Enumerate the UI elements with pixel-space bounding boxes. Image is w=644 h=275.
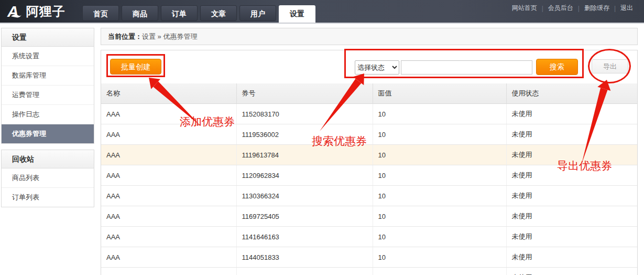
- sidebar-group-header: 设置: [2, 28, 94, 47]
- cell-status: 未使用: [506, 124, 637, 145]
- table-row: AAA111953600210未使用: [101, 124, 637, 145]
- cell-code: 1119536002: [236, 124, 373, 145]
- cell-name: AAA: [101, 186, 236, 206]
- nav-tab-2[interactable]: 订单: [161, 5, 198, 21]
- nav-tab-1[interactable]: 商品: [122, 5, 158, 21]
- table-row: AAA114164616310未使用: [101, 227, 637, 247]
- sidebar-item-0-3[interactable]: 操作日志: [2, 105, 94, 124]
- cell-value: 10: [373, 268, 506, 275]
- table-row: AAA113036632410未使用: [101, 186, 637, 206]
- logo-text: 阿狸子: [26, 3, 66, 20]
- quick-link-2[interactable]: 删除缓存: [580, 4, 614, 13]
- table-header-row: 名称券号面值使用状态: [101, 83, 637, 104]
- sidebar-item-1-1[interactable]: 订单列表: [2, 188, 94, 207]
- cell-value: 10: [373, 227, 506, 247]
- nav-tab-5[interactable]: 设置: [279, 5, 315, 23]
- cell-value: 10: [373, 124, 506, 145]
- toolbar: 批量创建 选择状态 搜索 导出: [101, 50, 637, 83]
- search-input[interactable]: [401, 60, 532, 75]
- export-button[interactable]: 导出: [592, 59, 628, 73]
- cell-code: 1196833679: [236, 268, 373, 275]
- cell-value: 10: [373, 247, 506, 268]
- table-header-cell: 券号: [236, 83, 373, 104]
- fox-tail-icon: [10, 13, 22, 18]
- cell-status: 未使用: [506, 145, 637, 165]
- sidebar-group-1: 回收站商品列表订单列表: [1, 150, 94, 207]
- cell-value: 10: [373, 206, 506, 227]
- breadcrumb-label: 当前位置：: [108, 33, 142, 40]
- table-header-cell: 名称: [101, 83, 236, 104]
- table-header-cell: 面值: [373, 83, 506, 104]
- cell-value: 10: [373, 186, 506, 206]
- cell-name: AAA: [101, 227, 236, 247]
- cell-name: AAA: [101, 124, 236, 145]
- batch-create-button[interactable]: 批量创建: [110, 59, 161, 75]
- cell-status: 未使用: [506, 165, 637, 186]
- cell-code: 1130366324: [236, 186, 373, 206]
- breadcrumb: 当前位置：设置 » 优惠券管理: [101, 28, 638, 45]
- nav-tab-3[interactable]: 文章: [200, 5, 237, 21]
- table-row: AAA114405183310未使用: [101, 247, 637, 268]
- topbar: A 阿狸子 首页商品订单文章用户设置 网站首页|会员后台|删除缓存|退出: [0, 0, 644, 24]
- cell-status: 未使用: [506, 227, 637, 247]
- cell-code: 1144051833: [236, 247, 373, 268]
- cell-code: 1141646163: [236, 227, 373, 247]
- quick-link-0[interactable]: 网站首页: [507, 4, 542, 13]
- table-row: AAA112096283410未使用: [101, 165, 637, 186]
- search-button[interactable]: 搜索: [536, 59, 578, 75]
- table-header-cell: 使用状态: [506, 83, 637, 104]
- quick-link-1[interactable]: 会员后台: [543, 4, 578, 13]
- cell-status: 未使用: [506, 247, 637, 268]
- quick-link-3[interactable]: 退出: [616, 4, 638, 13]
- cell-status: 未使用: [506, 186, 637, 206]
- breadcrumb-path: 设置 » 优惠券管理: [142, 33, 197, 40]
- cell-value: 10: [373, 104, 506, 124]
- main-content: 批量创建 选择状态 搜索 导出 名称券号面值使用状态 AAA1152083170…: [101, 50, 638, 275]
- table-row: AAA111961378410未使用: [101, 145, 637, 165]
- sidebar: 设置系统设置数据库管理运费管理操作日志优惠券管理回收站商品列表订单列表: [1, 28, 94, 213]
- cell-name: AAA: [101, 206, 236, 227]
- cell-code: 1152083170: [236, 104, 373, 124]
- coupon-table: 名称券号面值使用状态 AAA115208317010未使用AAA11195360…: [101, 83, 637, 275]
- sidebar-item-0-4[interactable]: 优惠券管理: [2, 124, 94, 143]
- nav-tab-4[interactable]: 用户: [239, 5, 276, 21]
- coupon-admin-page: A 阿狸子 首页商品订单文章用户设置 网站首页|会员后台|删除缓存|退出 设置系…: [0, 0, 644, 275]
- table-row: AAA115208317010未使用: [101, 104, 637, 124]
- logo[interactable]: A 阿狸子: [7, 2, 66, 21]
- cell-status: 未使用: [506, 206, 637, 227]
- nav-tab-0[interactable]: 首页: [82, 5, 119, 21]
- status-select[interactable]: 选择状态: [355, 60, 399, 75]
- cell-status: 未使用: [506, 104, 637, 124]
- cell-name: AAA: [101, 145, 236, 165]
- sidebar-item-0-2[interactable]: 运费管理: [2, 86, 94, 105]
- cell-code: 1120962834: [236, 165, 373, 186]
- cell-status: 未使用: [506, 268, 637, 275]
- cell-code: 1169725405: [236, 206, 373, 227]
- sidebar-group-0: 设置系统设置数据库管理运费管理操作日志优惠券管理: [1, 28, 94, 144]
- sidebar-group-header: 回收站: [2, 150, 94, 168]
- sidebar-item-1-0[interactable]: 商品列表: [2, 168, 94, 188]
- coupon-table-body: AAA115208317010未使用AAA111953600210未使用AAA1…: [101, 104, 637, 275]
- cell-value: 10: [373, 145, 506, 165]
- cell-value: 10: [373, 165, 506, 186]
- cell-name: AAA: [101, 104, 236, 124]
- cell-name: AAA: [101, 268, 236, 275]
- top-nav: 首页商品订单文章用户设置: [82, 5, 315, 23]
- cell-name: AAA: [101, 165, 236, 186]
- sidebar-item-0-0[interactable]: 系统设置: [2, 47, 94, 66]
- table-row: AAA116972540510未使用: [101, 206, 637, 227]
- sidebar-item-0-1[interactable]: 数据库管理: [2, 66, 94, 86]
- cell-name: AAA: [101, 247, 236, 268]
- cell-code: 1119613784: [236, 145, 373, 165]
- table-row: AAA119683367910未使用: [101, 268, 637, 275]
- quick-links: 网站首页|会员后台|删除缓存|退出: [507, 4, 638, 13]
